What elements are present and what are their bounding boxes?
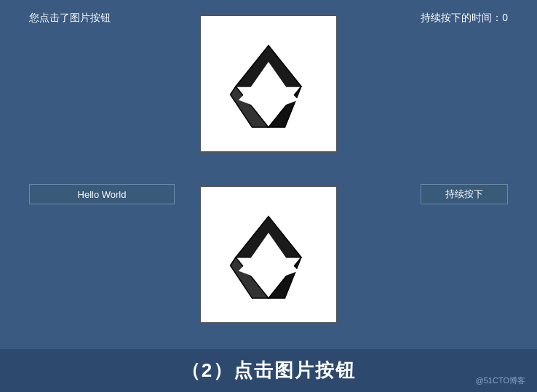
watermark: @51CTO博客 bbox=[476, 375, 525, 386]
image-button-bottom[interactable] bbox=[199, 185, 338, 324]
hold-button[interactable]: 持续按下 bbox=[421, 184, 508, 204]
footer-title: （2）点击图片按钮 bbox=[181, 358, 356, 383]
svg-marker-8 bbox=[268, 257, 301, 298]
unity-logo-bottom-svg bbox=[214, 200, 323, 309]
right-status-text: 持续按下的时间：0 bbox=[421, 12, 508, 25]
left-status-text: 您点击了图片按钮 bbox=[29, 12, 111, 25]
image-button-top[interactable] bbox=[199, 15, 338, 153]
svg-marker-2 bbox=[268, 87, 301, 127]
footer: （2）点击图片按钮 @51CTO博客 bbox=[0, 349, 537, 392]
hello-world-button[interactable]: Hello World bbox=[29, 184, 175, 204]
main-area: 您点击了图片按钮 持续按下的时间：0 Hello World 持续按下 bbox=[0, 0, 537, 349]
unity-logo-top-svg bbox=[214, 29, 323, 138]
